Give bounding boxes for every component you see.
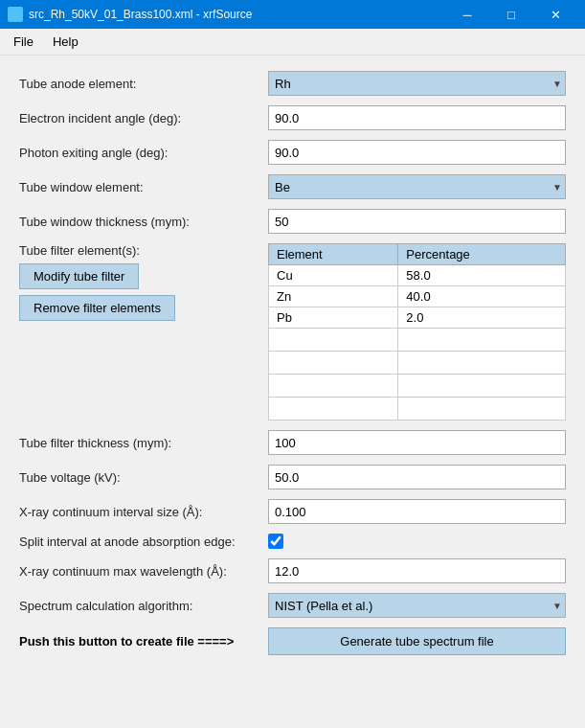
minimize-button[interactable]: ─ <box>445 0 489 29</box>
close-button[interactable]: ✕ <box>533 0 577 29</box>
remove-filter-button[interactable]: Remove filter elements <box>19 295 175 321</box>
filter-table-percentage-header: Percentage <box>398 244 566 265</box>
generate-button[interactable]: Generate tube spectrum file <box>268 627 566 655</box>
tube-voltage-label: Tube voltage (kV): <box>19 470 268 485</box>
filter-table-header-row: Element Percentage <box>269 244 566 265</box>
split-interval-row: Split interval at anode absorption edge: <box>19 534 566 549</box>
push-label: Push this button to create file ====> <box>19 634 268 648</box>
tube-window-thickness-input[interactable] <box>268 209 566 234</box>
filter-table-empty-row <box>269 398 566 421</box>
filter-element-cell: Pb <box>269 307 398 329</box>
electron-angle-row: Electron incident angle (deg): <box>19 105 566 130</box>
electron-angle-label: Electron incident angle (deg): <box>19 111 268 125</box>
spectrum-algorithm-row: Spectrum calculation algorithm: NIST (Pe… <box>19 593 566 618</box>
filter-percentage-cell: 58.0 <box>398 265 566 286</box>
title-bar-controls: ─ □ ✕ <box>445 0 577 29</box>
tube-filter-label: Tube filter element(s): <box>19 243 268 258</box>
tube-anode-select[interactable]: Rh <box>268 71 566 96</box>
spectrum-algorithm-label: Spectrum calculation algorithm: <box>19 599 268 613</box>
filter-table-row: Zn40.0 <box>269 286 566 307</box>
filter-element-cell: Zn <box>269 286 398 307</box>
spectrum-algorithm-dropdown-wrapper: NIST (Pella et al.) ▼ <box>268 593 566 618</box>
menu-file[interactable]: File <box>4 31 43 53</box>
filter-thickness-label: Tube filter thickness (mym): <box>19 436 268 450</box>
tube-voltage-input[interactable] <box>268 465 566 489</box>
electron-angle-input[interactable] <box>268 105 566 130</box>
filter-table-element-header: Element <box>269 244 398 265</box>
tube-anode-dropdown-wrapper: Rh ▼ <box>268 71 566 96</box>
tube-window-thickness-row: Tube window thickness (mym): <box>19 209 566 234</box>
title-bar: src_Rh_50kV_01_Brass100.xml - xrfSource … <box>0 0 585 29</box>
filter-percentage-cell: 2.0 <box>398 307 566 329</box>
tube-window-row: Tube window element: Be ▼ <box>19 174 566 199</box>
filter-thickness-input[interactable] <box>268 430 566 455</box>
generate-btn-wrapper: Generate tube spectrum file <box>268 627 566 655</box>
photon-angle-row: Photon exiting angle (deg): <box>19 140 566 165</box>
photon-angle-label: Photon exiting angle (deg): <box>19 146 268 160</box>
tube-window-thickness-label: Tube window thickness (mym): <box>19 215 268 229</box>
xray-interval-label: X-ray continuum interval size (Å): <box>19 505 268 519</box>
split-interval-checkbox-wrapper <box>268 534 566 549</box>
filter-section: Tube filter element(s): Modify tube filt… <box>19 243 566 421</box>
filter-table-empty-row <box>269 352 566 375</box>
tube-voltage-row: Tube voltage (kV): <box>19 465 566 489</box>
filter-table-empty-row <box>269 375 566 398</box>
maximize-button[interactable]: □ <box>489 0 533 29</box>
filter-table-col: Element Percentage Cu58.0Zn40.0Pb2.0 <box>268 243 566 421</box>
menu-help[interactable]: Help <box>43 31 88 53</box>
filter-table: Element Percentage Cu58.0Zn40.0Pb2.0 <box>268 243 566 421</box>
photon-angle-input[interactable] <box>268 140 566 165</box>
tube-window-label: Tube window element: <box>19 180 268 194</box>
filter-percentage-cell: 40.0 <box>398 286 566 307</box>
tube-anode-label: Tube anode element: <box>19 77 268 91</box>
xray-interval-input[interactable] <box>268 499 566 524</box>
split-interval-label: Split interval at anode absorption edge: <box>19 535 268 549</box>
xray-interval-row: X-ray continuum interval size (Å): <box>19 499 566 524</box>
main-content: Tube anode element: Rh ▼ Electron incide… <box>0 56 585 728</box>
filter-element-cell: Cu <box>269 265 398 286</box>
tube-window-select[interactable]: Be <box>268 174 566 199</box>
tube-anode-row: Tube anode element: Rh ▼ <box>19 71 566 96</box>
split-interval-checkbox[interactable] <box>268 534 283 549</box>
xray-max-wavelength-label: X-ray continuum max wavelength (Å): <box>19 564 268 579</box>
generate-row: Push this button to create file ====> Ge… <box>19 627 566 655</box>
filter-thickness-row: Tube filter thickness (mym): <box>19 430 566 455</box>
spectrum-algorithm-select[interactable]: NIST (Pella et al.) <box>268 593 566 618</box>
title-bar-left: src_Rh_50kV_01_Brass100.xml - xrfSource <box>8 7 252 22</box>
tube-window-dropdown-wrapper: Be ▼ <box>268 174 566 199</box>
filter-table-row: Pb2.0 <box>269 307 566 329</box>
window-title: src_Rh_50kV_01_Brass100.xml - xrfSource <box>29 8 252 21</box>
app-icon <box>8 7 23 22</box>
modify-filter-button[interactable]: Modify tube filter <box>19 263 139 289</box>
filter-table-empty-row <box>269 329 566 352</box>
filter-label-col: Tube filter element(s): Modify tube filt… <box>19 243 268 327</box>
xray-max-wavelength-input[interactable] <box>268 558 566 583</box>
filter-table-row: Cu58.0 <box>269 265 566 286</box>
xray-max-wavelength-row: X-ray continuum max wavelength (Å): <box>19 558 566 583</box>
menu-bar: File Help <box>0 29 585 56</box>
